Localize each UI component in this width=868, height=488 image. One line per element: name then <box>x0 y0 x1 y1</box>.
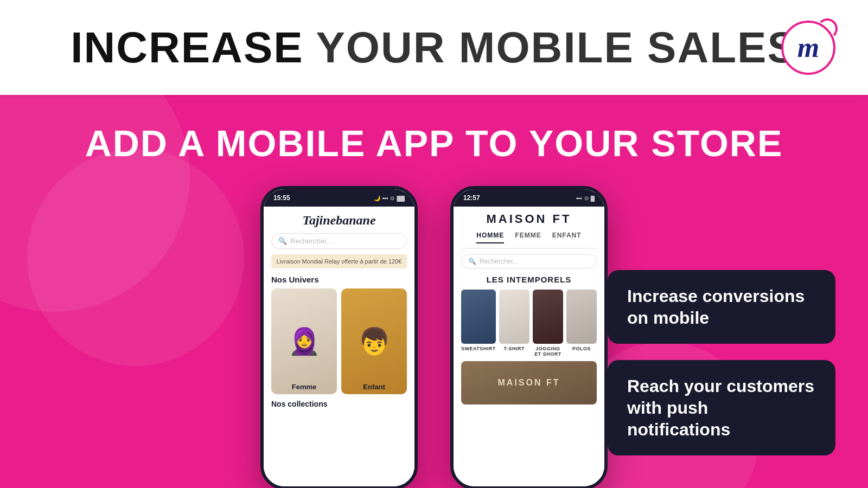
phone2-label-polos: POLOS <box>572 346 591 351</box>
feature-card-1-text: Increase conversions on mobile <box>627 286 805 328</box>
phone2-status-icons: ▪▪▪ ⊙ ▓ <box>576 195 595 201</box>
phone2-nav: HOMME FEMME ENFANT <box>461 232 597 249</box>
main-subtitle: ADD A MOBILE APP TO YOUR STORE <box>85 122 783 164</box>
phone2-label-jogging: JOGGING ET SHORT <box>533 346 563 357</box>
phone2-search: 🔍 Rechercher... <box>461 254 597 268</box>
feature-cards: Increase conversions on mobile Reach you… <box>608 270 835 455</box>
header-title: INCREASE YOUR MOBILE SALES <box>71 23 797 73</box>
main-area: ADD A MOBILE APP TO YOUR STORE 15:55 🌙 ▪… <box>0 95 868 488</box>
phone2-item-sweatshirt: SWEATSHIRT <box>461 290 496 357</box>
phone2-search-text: Rechercher... <box>480 258 518 265</box>
phone1-content: Tajinebanane 🔍 Rechercher... Livraison M… <box>264 207 414 488</box>
phone2-mockup: 12:57 ▪▪▪ ⊙ ▓ MAISON FT HOMME FEMME ENFA… <box>450 186 608 488</box>
phone2-battery-icon: ▓ <box>591 195 595 201</box>
phone1-banner: Livraison Mondial Relay offerte à partir… <box>271 254 407 268</box>
phone2-status-bar: 12:57 ▪▪▪ ⊙ ▓ <box>454 189 604 207</box>
header-rest: YOUR MOBILE SALES <box>304 23 797 72</box>
header-bold-word: INCREASE <box>71 23 303 72</box>
logo-circle: m <box>781 21 835 75</box>
header-bar: INCREASE YOUR MOBILE SALES m <box>0 0 868 95</box>
phone2-wifi-icon: ⊙ <box>584 195 589 201</box>
phone1-img-femme: 🧕 Femme <box>271 288 337 394</box>
phone2-item-polos: POLOS <box>566 290 597 357</box>
phone1-notch <box>317 189 361 200</box>
phone2-brand: MAISON FT <box>461 212 597 226</box>
phone2-section-title: LES INTEMPORELS <box>461 275 597 284</box>
phone2-time: 12:57 <box>463 194 480 202</box>
phone1-img-enfant: 👦 Enfant <box>341 288 407 394</box>
phone2-nav-homme: HOMME <box>476 232 504 243</box>
phone1-status-icons: 🌙 ▪▪▪ ⊙ ▓▓ <box>374 195 405 201</box>
phone2-nav-enfant: ENFANT <box>552 232 582 243</box>
phone2-grid: SWEATSHIRT T-SHIRT JOGGING ET SHORT <box>461 290 597 357</box>
phone2-img-jogging <box>533 290 563 344</box>
phone2-notch <box>507 189 551 200</box>
phone2-label-sweatshirt: SWEATSHIRT <box>461 346 496 351</box>
phone1-time: 15:55 <box>273 194 290 202</box>
phone1-label-enfant: Enfant <box>341 383 407 391</box>
phone1-section-collections: Nos collections <box>271 400 407 408</box>
phone2-nav-femme: FEMME <box>515 232 541 243</box>
phone1-grid: 🧕 Femme 👦 Enfant <box>271 288 407 394</box>
phone1-signal-icon: ▪▪▪ <box>382 195 388 201</box>
phones-container: 15:55 🌙 ▪▪▪ ⊙ ▓▓ Tajinebanane 🔍 Recherch… <box>260 186 608 488</box>
feature-card-2: Reach your customers with push notificat… <box>608 360 835 455</box>
phone2-content: MAISON FT HOMME FEMME ENFANT 🔍 Recherche… <box>454 207 604 488</box>
phone1-wifi-icon: ⊙ <box>390 195 394 201</box>
phone1-enfant-figure: 👦 <box>341 288 407 394</box>
phone2-img-polos <box>566 290 597 344</box>
logo-letter: m <box>797 31 819 63</box>
phone1-search-text: Rechercher... <box>290 237 332 245</box>
feature-card-1: Increase conversions on mobile <box>608 270 835 344</box>
deco-circle-2 <box>27 149 244 366</box>
phone1-search-icon: 🔍 <box>278 237 287 245</box>
phone2-item-jogging: JOGGING ET SHORT <box>533 290 563 357</box>
phone2-img-tshirt <box>499 290 529 344</box>
phone2-maison-banner: MAISON FT <box>461 361 597 404</box>
feature-card-2-text: Reach your customers with push notificat… <box>627 376 814 439</box>
page-wrapper: INCREASE YOUR MOBILE SALES m ADD A MOBIL… <box>0 0 868 488</box>
phone1-moon-icon: 🌙 <box>374 195 380 201</box>
phone1-label-femme: Femme <box>271 383 337 391</box>
phone2-img-sweatshirt <box>461 290 496 344</box>
phone2-label-tshirt: T-SHIRT <box>504 346 525 351</box>
phone2-item-tshirt: T-SHIRT <box>499 290 529 357</box>
phone2-signal-icon: ▪▪▪ <box>576 195 582 201</box>
phone2-search-icon: 🔍 <box>468 258 476 265</box>
phone1-section-universes: Nos Univers <box>271 275 407 284</box>
phone1-search: 🔍 Rechercher... <box>271 233 407 249</box>
phone1-brand: Tajinebanane <box>271 213 407 228</box>
phone1-mockup: 15:55 🌙 ▪▪▪ ⊙ ▓▓ Tajinebanane 🔍 Recherch… <box>260 186 418 488</box>
phone1-status-bar: 15:55 🌙 ▪▪▪ ⊙ ▓▓ <box>264 189 414 207</box>
phone1-femme-figure: 🧕 <box>271 288 337 394</box>
phone1-battery-icon: ▓▓ <box>397 195 405 201</box>
